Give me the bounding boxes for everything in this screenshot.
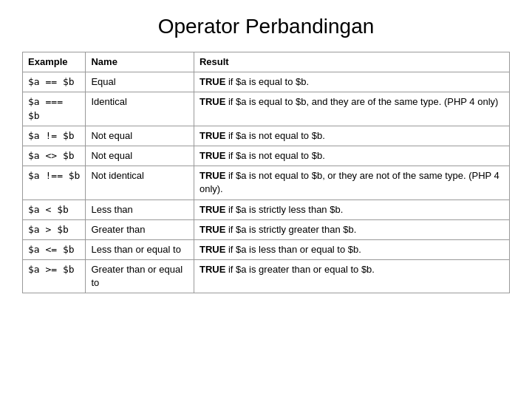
table-row: $a > $bGreater thanTRUE if $a is strictl… — [23, 219, 510, 239]
cell-result: TRUE if $a is not equal to $b. — [194, 146, 509, 166]
table-row: $a <= $bLess than or equal toTRUE if $a … — [23, 239, 510, 259]
cell-example: $a == $b — [23, 72, 86, 92]
table-row: $a !== $bNot identicalTRUE if $a is not … — [23, 166, 510, 200]
cell-name: Not equal — [86, 146, 194, 166]
cell-example: $a <> $b — [23, 146, 86, 166]
cell-result: TRUE if $a is equal to $b, and they are … — [194, 92, 509, 126]
cell-example: $a !== $b — [23, 166, 86, 200]
cell-result: TRUE if $a is less than or equal to $b. — [194, 239, 509, 259]
cell-name: Less than or equal to — [86, 239, 194, 259]
cell-example: $a < $b — [23, 200, 86, 219]
table-row: $a >= $bGreater than or equal toTRUE if … — [23, 260, 510, 293]
cell-name: Identical — [86, 92, 194, 126]
col-header-name: Name — [86, 52, 194, 72]
cell-name: Equal — [86, 72, 194, 92]
col-header-example: Example — [23, 52, 86, 72]
cell-name: Less than — [86, 200, 194, 219]
cell-result: TRUE if $a is equal to $b. — [194, 72, 509, 92]
cell-example: $a <= $b — [23, 239, 86, 259]
cell-name: Greater than — [86, 219, 194, 239]
cell-result: TRUE if $a is greater than or equal to $… — [194, 260, 509, 293]
table-row: $a != $bNot equalTRUE if $a is not equal… — [23, 126, 510, 146]
cell-name: Not identical — [86, 166, 194, 200]
table-row: $a === $bIdenticalTRUE if $a is equal to… — [23, 92, 510, 126]
table-row: $a < $bLess thanTRUE if $a is strictly l… — [23, 200, 510, 219]
cell-result: TRUE if $a is not equal to $b, or they a… — [194, 166, 509, 200]
page-title: Operator Perbandingan — [158, 15, 375, 38]
cell-example: $a === $b — [23, 92, 86, 126]
comparison-table: Example Name Result $a == $bEqualTRUE if… — [22, 52, 510, 293]
cell-example: $a != $b — [23, 126, 86, 146]
cell-result: TRUE if $a is not equal to $b. — [194, 126, 509, 146]
cell-name: Not equal — [86, 126, 194, 146]
cell-result: TRUE if $a is strictly less than $b. — [194, 200, 509, 219]
table-row: $a == $bEqualTRUE if $a is equal to $b. — [23, 72, 510, 92]
cell-example: $a >= $b — [23, 260, 86, 293]
cell-result: TRUE if $a is strictly greater than $b. — [194, 219, 509, 239]
cell-name: Greater than or equal to — [86, 260, 194, 293]
cell-example: $a > $b — [23, 219, 86, 239]
col-header-result: Result — [194, 52, 509, 72]
table-row: $a <> $bNot equalTRUE if $a is not equal… — [23, 146, 510, 166]
